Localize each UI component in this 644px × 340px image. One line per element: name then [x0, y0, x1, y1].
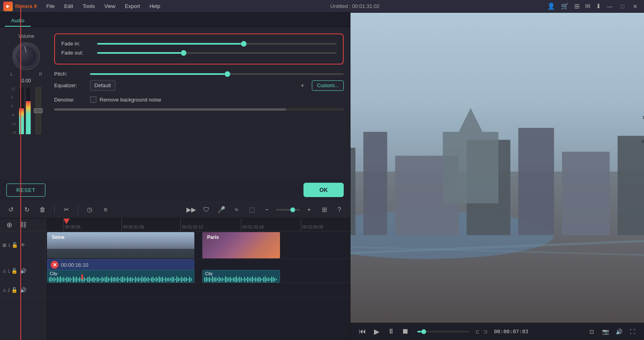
download-icon[interactable]: ⬇	[594, 2, 603, 11]
grid-icon[interactable]: ⊞	[573, 2, 581, 11]
volume-preview-icon[interactable]: 🔊	[614, 326, 624, 337]
svg-rect-80	[173, 277, 174, 282]
mail-icon[interactable]: ✉	[583, 2, 592, 11]
timeline-content: ⊕ ⛓ ⊞ 1 🔓 👁 ♫ 1 🔓 🔊	[0, 219, 350, 340]
video-track-1-bg: Seine Paris	[46, 231, 350, 259]
fade-in-row: Fade in:	[61, 41, 337, 47]
audio-clip-2[interactable]: City	[202, 270, 280, 283]
mix-button[interactable]: ≈	[231, 204, 243, 216]
volume-knob[interactable]	[12, 42, 40, 70]
volume-value: 0.00	[22, 78, 31, 84]
play-all-button[interactable]: ▶▶	[185, 204, 197, 216]
svg-rect-144	[363, 132, 387, 235]
menu-export[interactable]: Export	[121, 2, 144, 11]
logo-icon: ▶	[3, 2, 13, 11]
zoom-out-button[interactable]: −	[261, 204, 273, 216]
equalizer-row: Equalizer: Default Customi...	[54, 80, 344, 91]
minimize-button[interactable]: —	[604, 2, 615, 11]
video-track-lock-icon[interactable]: 🔓	[10, 242, 19, 248]
screen-size-icon[interactable]: ⊡	[587, 326, 597, 337]
audio-track-icon: ♫	[2, 268, 6, 274]
svg-rect-37	[105, 277, 106, 282]
menu-view[interactable]: View	[100, 2, 119, 11]
error-icon[interactable]: ✕	[51, 261, 59, 269]
denoise-text: Remove background noise	[100, 97, 161, 103]
ok-button[interactable]: OK	[303, 183, 344, 197]
clip-paris[interactable]: Paris	[202, 232, 280, 258]
svg-rect-48	[122, 276, 123, 283]
audio-track-2-lock-icon[interactable]: 🔓	[10, 287, 19, 293]
audio-clip-1[interactable]: City // Waveform bars inline	[47, 270, 194, 283]
dual-screen-button[interactable]: ⊞	[318, 204, 330, 216]
zoom-in-button[interactable]: +	[303, 204, 315, 216]
cart-icon[interactable]: 🛒	[559, 2, 570, 11]
import-button[interactable]: ⬚	[246, 204, 258, 216]
pause-button[interactable]: ⏸	[386, 326, 397, 337]
svg-rect-6	[55, 278, 56, 281]
audio-track-1-header: ♫ 1 🔓 🔊	[0, 259, 45, 283]
svg-rect-124	[255, 277, 256, 282]
denoise-checkbox[interactable]	[90, 96, 96, 103]
play-button[interactable]: ▶	[371, 326, 382, 337]
volume-section: Volume L R 0.00 1260-6-12-18	[6, 33, 46, 172]
camera-icon[interactable]: 📷	[600, 326, 611, 337]
prev-frame-button[interactable]: ⏮	[357, 326, 368, 337]
fade-out-slider[interactable]	[97, 52, 337, 54]
clip-seine[interactable]: Seine	[47, 232, 194, 258]
tab-audio[interactable]: Audio	[5, 15, 31, 27]
help-button[interactable]: ?	[333, 204, 345, 216]
svg-rect-10	[62, 278, 63, 281]
adjust-button[interactable]: ≡	[100, 204, 112, 216]
equalizer-select[interactable]: Default	[90, 80, 115, 91]
clock-button[interactable]: ◷	[84, 204, 96, 216]
progress-bar[interactable]	[417, 331, 469, 332]
window-controls: — □ ✕	[604, 2, 641, 11]
svg-rect-107	[228, 278, 229, 281]
bracket-left-icon: ⊏	[476, 328, 480, 334]
audio-track-1-lock-icon[interactable]: 🔓	[10, 268, 19, 274]
svg-rect-64	[148, 277, 149, 282]
add-media-button[interactable]: ⊕	[3, 219, 15, 231]
stop-button[interactable]: ⏹	[400, 326, 411, 337]
svg-rect-46	[119, 279, 120, 280]
lr-labels: L R	[10, 72, 42, 76]
link-button[interactable]: ⛓	[18, 219, 29, 231]
menu-tools[interactable]: Tools	[79, 2, 99, 11]
vertical-fader-thumb[interactable]	[34, 108, 43, 113]
undo-button[interactable]: ↺	[5, 204, 17, 216]
svg-rect-61	[143, 277, 144, 281]
svg-rect-65	[149, 279, 150, 280]
svg-rect-95	[209, 277, 210, 282]
zoom-slider[interactable]	[276, 209, 300, 211]
menu-help[interactable]: Help	[145, 2, 164, 11]
customize-button[interactable]: Customi...	[312, 80, 344, 91]
delete-button[interactable]: 🗑	[37, 204, 49, 216]
vertical-fader-track[interactable]	[35, 87, 41, 135]
svg-rect-118	[246, 278, 247, 281]
toolbar-separator-1	[54, 205, 55, 214]
fade-in-slider[interactable]	[97, 43, 337, 45]
menu-file[interactable]: File	[42, 2, 59, 11]
svg-rect-62	[145, 277, 145, 282]
maximize-button[interactable]: □	[617, 2, 628, 11]
reset-button[interactable]: RESET	[6, 184, 45, 197]
pitch-slider[interactable]	[90, 73, 344, 75]
params-scrollbar[interactable]	[54, 108, 344, 111]
cut-button[interactable]: ✂	[60, 204, 72, 216]
svg-rect-35	[102, 277, 102, 282]
svg-rect-42	[113, 277, 114, 281]
redo-button[interactable]: ↻	[21, 204, 33, 216]
toolbar-separator-2	[78, 205, 78, 214]
mic-button[interactable]: 🎤	[215, 204, 227, 216]
svg-rect-31	[95, 278, 96, 281]
progress-thumb[interactable]	[421, 329, 426, 334]
svg-rect-38	[106, 276, 107, 283]
logo-text: filmora 9	[15, 3, 37, 9]
audio-track-2-bg	[46, 283, 350, 297]
svg-rect-106	[227, 277, 227, 282]
close-button[interactable]: ✕	[630, 2, 641, 11]
fullscreen-icon[interactable]: ⛶	[627, 326, 638, 337]
shield-icon[interactable]: 🛡	[200, 204, 212, 216]
user-icon[interactable]: 👤	[546, 2, 557, 11]
menu-edit[interactable]: Edit	[60, 2, 77, 11]
